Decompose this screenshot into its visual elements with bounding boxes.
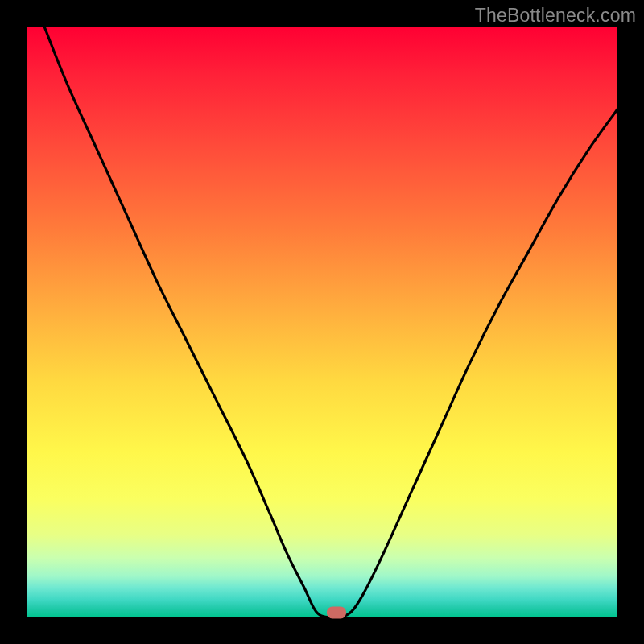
- chart-frame: TheBottleneck.com: [0, 0, 644, 644]
- plot-area: [27, 27, 617, 617]
- curve-path: [44, 27, 617, 617]
- bottleneck-curve: [27, 27, 617, 617]
- optimal-marker: [327, 607, 346, 619]
- watermark-text: TheBottleneck.com: [475, 5, 636, 27]
